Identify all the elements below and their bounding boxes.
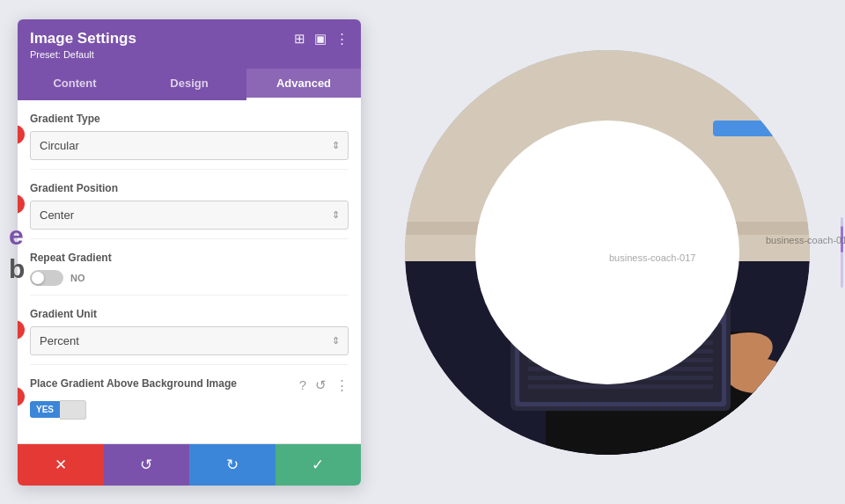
gradient-type-group: 1 Gradient Type Circular Linear Radial: [30, 100, 349, 170]
left-letters: e b: [9, 221, 25, 284]
tab-design[interactable]: Design: [132, 69, 246, 100]
svg-point-7: [726, 358, 788, 393]
yes-label[interactable]: YES: [30, 401, 60, 418]
scene-svg: business-coach-017: [405, 50, 810, 455]
repeat-gradient-toggle[interactable]: [30, 270, 63, 286]
image-watermark: business-coach-017: [766, 235, 845, 245]
gradient-unit-select[interactable]: Percent Pixels: [30, 326, 349, 355]
toggle-no-label: NO: [70, 273, 85, 283]
gradient-type-label: Gradient Type: [30, 113, 349, 125]
letter-b: b: [9, 254, 25, 284]
gradient-position-select[interactable]: Center Top Left Top Right Bottom Left Bo…: [30, 201, 349, 230]
gradient-type-select-wrap: Circular Linear Radial: [30, 131, 349, 160]
badge-1: 1: [18, 125, 25, 144]
image-area: business-coach-017: [387, 50, 827, 455]
svg-text:business-coach-017: business-coach-017: [609, 252, 695, 263]
toggle-knob: [32, 272, 44, 284]
yes-toggle: YES: [30, 400, 349, 420]
gradient-unit-label: Gradient Unit: [30, 308, 349, 320]
repeat-gradient-group: Repeat Gradient NO: [30, 239, 349, 296]
redo-button[interactable]: ↻: [189, 444, 276, 486]
letter-e: e: [9, 221, 25, 251]
panel-header: Image Settings Preset: Default ⊞ ▣ ⋮: [18, 19, 361, 69]
gradient-position-label: Gradient Position: [30, 182, 349, 194]
panel-header-text: Image Settings Preset: Default: [30, 30, 136, 60]
place-gradient-group: 4 Place Gradient Above Background Image …: [30, 365, 349, 428]
panel-title: Image Settings: [30, 30, 136, 47]
svg-rect-17: [528, 384, 713, 389]
panel-body: 1 Gradient Type Circular Linear Radial 2…: [18, 100, 361, 443]
panel-preset: Preset: Default: [30, 49, 136, 60]
help-icon[interactable]: ?: [299, 377, 306, 392]
repeat-gradient-label: Repeat Gradient: [30, 252, 349, 264]
yes-toggle-box[interactable]: [60, 400, 86, 420]
tab-advanced[interactable]: Advanced: [246, 69, 361, 100]
cancel-button[interactable]: ✕: [18, 444, 104, 486]
settings-panel: Image Settings Preset: Default ⊞ ▣ ⋮ Con…: [18, 19, 361, 486]
undo-button[interactable]: ↺: [104, 444, 190, 486]
tab-content[interactable]: Content: [18, 69, 132, 100]
badge-3: 3: [18, 320, 25, 340]
gradient-unit-group: 3 Gradient Unit Percent Pixels: [30, 296, 349, 365]
gradient-unit-select-wrap: Percent Pixels: [30, 326, 349, 355]
place-gradient-icons: ? ↺ ⋮: [299, 377, 349, 393]
gradient-type-select[interactable]: Circular Linear Radial: [30, 131, 349, 160]
reset-icon[interactable]: ↺: [315, 377, 327, 393]
more-options-icon[interactable]: ⋮: [335, 377, 349, 393]
svg-rect-23: [713, 121, 783, 136]
expand-icon[interactable]: ⊞: [294, 32, 305, 45]
more-icon[interactable]: ⋮: [335, 32, 349, 45]
gradient-position-group: 2 Gradient Position Center Top Left Top …: [30, 170, 349, 239]
tabs: Content Design Advanced: [18, 69, 361, 100]
badge-4: 4: [18, 387, 25, 406]
badge-2: 2: [18, 194, 25, 214]
place-gradient-label: Place Gradient Above Background Image: [30, 377, 237, 390]
place-gradient-header: Place Gradient Above Background Image ? …: [30, 377, 349, 393]
panel-header-icons: ⊞ ▣ ⋮: [294, 32, 349, 45]
toggle-row: NO: [30, 270, 349, 286]
save-button[interactable]: ✓: [276, 444, 362, 486]
circular-image: business-coach-017: [405, 50, 810, 455]
svg-point-25: [475, 121, 739, 384]
copy-icon[interactable]: ▣: [314, 32, 327, 45]
panel-footer: ✕ ↺ ↻ ✓: [18, 443, 361, 486]
gradient-position-select-wrap: Center Top Left Top Right Bottom Left Bo…: [30, 201, 349, 230]
